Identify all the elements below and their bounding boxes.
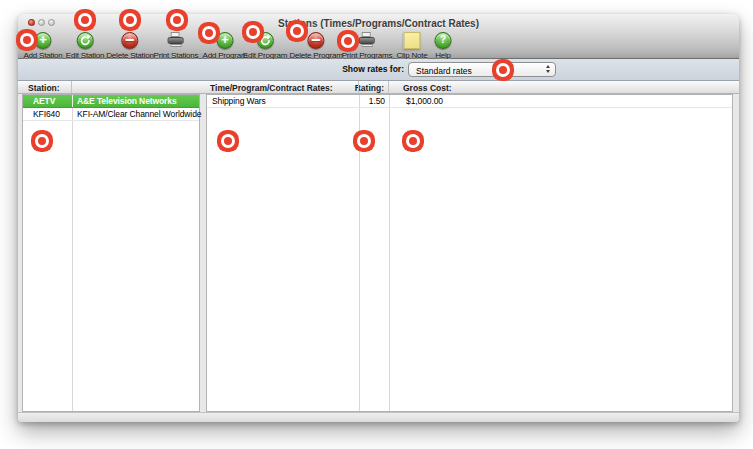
toolbar-button-edit-station[interactable]: Edit Station — [66, 31, 105, 60]
show-rates-label: Show rates for: — [342, 64, 404, 74]
dropdown-selected-value: Standard rates — [416, 66, 472, 76]
station-row-aetv[interactable]: AETVA&E Television Networks — [23, 95, 199, 108]
annotation-marker — [119, 9, 141, 31]
station-name: KFI-AM/Clear Channel Worldwide — [77, 108, 201, 120]
rating-column-header: Rating: — [338, 83, 384, 93]
header-divider — [358, 81, 359, 93]
status-footer — [18, 412, 739, 422]
programs-list: Shipping Wars1.50$1,000.00 — [207, 95, 732, 108]
annotation-marker — [166, 9, 188, 31]
toolbar-button-help[interactable]: ? Help — [435, 31, 452, 60]
stations-list: AETVA&E Television NetworksKFI640KFI-AM/… — [23, 95, 199, 121]
annotation-marker — [286, 20, 308, 42]
help-icon: ? — [435, 32, 452, 49]
gross-cost-column-header: Gross Cost: — [403, 83, 452, 93]
station-column-header: Station: — [28, 83, 60, 93]
annotation-marker — [492, 59, 514, 81]
toolbar-button-print-stations[interactable]: Print Stations — [154, 31, 199, 60]
app-window: Stations (Times/Programs/Contract Rates)… — [18, 14, 739, 422]
show-rates-dropdown[interactable]: Standard rates — [408, 62, 556, 77]
column-divider — [72, 95, 73, 411]
print-programs-icon — [358, 32, 376, 48]
program-rating: 1.50 — [357, 95, 385, 107]
clip-note-icon — [403, 32, 420, 49]
toolbar-button-delete-station[interactable]: Delete Station — [106, 31, 153, 60]
header-divider — [388, 81, 389, 93]
annotation-marker — [198, 22, 220, 44]
station-call-sign: KFI640 — [33, 108, 60, 120]
annotation-marker — [337, 30, 359, 52]
delete-program-icon — [307, 32, 324, 49]
program-column-header: Time/Program/Contract Rates: — [210, 83, 333, 93]
rates-toolbar: Show rates for: Standard rates — [18, 59, 739, 81]
station-name: A&E Television Networks — [77, 95, 177, 107]
toolbar-button-clip-note[interactable]: Clip Note — [396, 31, 427, 60]
table-header-bar: Station: Time/Program/Contract Rates: Ra… — [18, 81, 739, 94]
station-row-kfi640[interactable]: KFI640KFI-AM/Clear Channel Worldwide — [23, 108, 199, 121]
annotation-marker — [74, 9, 96, 31]
annotation-marker — [217, 130, 239, 152]
annotation-marker — [353, 130, 375, 152]
edit-station-icon — [76, 32, 93, 49]
program-name: Shipping Wars — [212, 95, 266, 107]
station-call-sign: AETV — [33, 95, 55, 107]
print-stations-icon — [167, 32, 185, 48]
annotation-marker — [402, 130, 424, 152]
annotation-marker — [31, 130, 53, 152]
screenshot-canvas: { "window": { "title": "Stations (Times/… — [0, 0, 753, 449]
header-divider — [71, 81, 72, 93]
annotation-marker — [242, 21, 264, 43]
column-divider — [389, 95, 390, 411]
programs-panel: Shipping Wars1.50$1,000.00 — [206, 94, 733, 412]
delete-station-icon — [122, 32, 139, 49]
program-gross-cost: $1,000.00 — [406, 95, 443, 107]
annotation-marker — [16, 29, 38, 51]
dropdown-stepper-icon — [546, 65, 550, 73]
program-row[interactable]: Shipping Wars1.50$1,000.00 — [207, 95, 732, 108]
